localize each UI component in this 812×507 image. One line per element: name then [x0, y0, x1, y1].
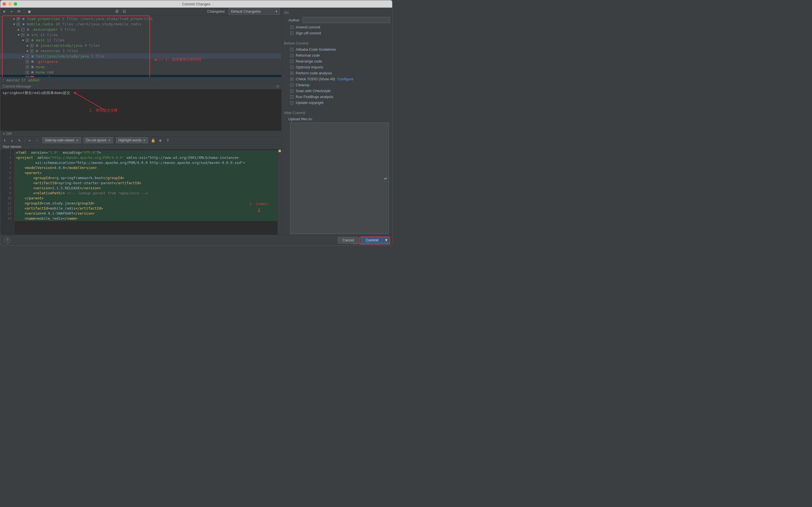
configure-link[interactable]: Configure [338, 77, 353, 81]
tree-row[interactable]: ▶▥java/com/study/java9 files [0, 43, 282, 48]
show-diff-icon[interactable]: ⇄ [2, 9, 6, 14]
tree-chevron[interactable]: ▶ [22, 55, 24, 58]
tree-row[interactable]: ▶▥.mvn/wrapper3 files [0, 27, 282, 32]
tree-row[interactable]: ⩚pom.xml [0, 75, 282, 77]
check-label: Run FindBugs analysis [296, 95, 333, 99]
edit-icon[interactable]: ✎ [17, 138, 22, 143]
checkbox[interactable] [290, 101, 294, 105]
before-commit-check[interactable]: Update copyright [283, 100, 392, 106]
before-commit-check[interactable]: Perform code analysis [283, 70, 392, 76]
viewer-mode-dropdown[interactable]: Side-by-side viewer▼ [42, 137, 81, 144]
before-commit-check[interactable]: Rearrange code [283, 58, 392, 64]
tree-row[interactable]: ▤mvnw.cmd [0, 69, 282, 75]
branch-icon: ᚴ [3, 78, 5, 82]
history-icon[interactable]: ◷ [276, 84, 279, 89]
upload-dropdown[interactable]: ▲▼ [290, 122, 389, 234]
tree-checkbox[interactable] [30, 49, 34, 53]
folder-icon: ▥ [26, 27, 30, 32]
code-line: <project xmlns="http://maven.apache.org/… [14, 155, 277, 160]
code-line: <version>2.1.5.RELEASE</version> [14, 186, 277, 191]
tree-checkbox[interactable] [17, 22, 20, 26]
checkbox[interactable] [290, 77, 294, 81]
before-commit-check[interactable]: Optimize imports [283, 64, 392, 70]
scrollbar-marker [278, 150, 281, 152]
code-viewer[interactable]: 1234567891011121314 <?xml version="1.0" … [0, 149, 282, 235]
collapse-all-icon[interactable]: ☷ [122, 9, 126, 14]
tree-row[interactable]: ▤.gitignore [0, 59, 282, 64]
revert-icon[interactable]: ↶ [9, 9, 14, 14]
tree-checkbox[interactable] [26, 76, 29, 77]
tree-checkbox[interactable] [21, 28, 24, 31]
tree-row[interactable]: ▼▥src13 files [0, 32, 282, 38]
tree-chevron[interactable]: ▶ [26, 44, 29, 47]
checkbox[interactable] [290, 71, 294, 75]
diff-section-header[interactable]: ▼ Diff [0, 131, 282, 136]
separator [24, 9, 24, 14]
minimize-window[interactable] [8, 2, 11, 6]
zoom-window[interactable] [14, 2, 17, 6]
before-commit-check[interactable]: Scan with Checkstyle [283, 88, 392, 94]
tree-row[interactable]: ▼▣mobile_redis20 files~/work/java_study/… [0, 21, 282, 27]
amend-check[interactable]: Amend commit [283, 24, 392, 30]
prev-diff-icon[interactable]: ↑ [3, 138, 7, 143]
tree-checkbox[interactable] [26, 60, 29, 63]
before-commit-check[interactable]: Check TODO (Show All) Configure [283, 76, 392, 82]
your-version-label: Your version [0, 144, 282, 149]
file-tree[interactable]: ▶▣load_properties5 files~/work/java_stud… [0, 15, 282, 77]
tree-chevron[interactable]: ▼ [22, 39, 24, 42]
tree-item-name: mobile_redis [27, 22, 53, 26]
tree-checkbox[interactable] [17, 17, 20, 20]
checkbox[interactable] [290, 60, 294, 63]
author-input[interactable] [303, 17, 390, 23]
before-commit-check[interactable]: Cleanup [283, 82, 392, 88]
tree-checkbox[interactable] [30, 44, 34, 47]
highlight-dropdown[interactable]: Highlight words▼ [116, 137, 148, 144]
tree-checkbox[interactable] [21, 33, 24, 37]
tree-checkbox[interactable] [26, 39, 29, 42]
back-icon[interactable]: ← [28, 138, 32, 143]
commit-message-input[interactable]: springboot整合redis的简单demo提交 2. 填写提交注释 [0, 89, 282, 131]
checkbox[interactable] [290, 48, 294, 51]
before-commit-check[interactable]: Reformat code [283, 52, 392, 58]
git-section-title: Git [283, 9, 392, 16]
gear-icon[interactable]: ⚙ [158, 138, 163, 143]
help-icon[interactable]: ? [165, 138, 170, 143]
checkbox[interactable] [290, 54, 294, 57]
fwd-icon[interactable]: → [35, 138, 40, 143]
checkbox[interactable] [290, 83, 294, 87]
changelist-label: Changelist: [207, 9, 225, 13]
author-field: Author: [283, 16, 392, 24]
tree-item-meta: 20 files [56, 22, 73, 26]
expand-all-icon[interactable]: ☰ [115, 9, 119, 14]
changelist-dropdown[interactable]: Default Changelist ▼ [229, 8, 280, 15]
signoff-check[interactable]: Sign-off commit [283, 30, 392, 36]
tree-checkbox[interactable] [26, 71, 29, 74]
help-button[interactable]: ? [4, 237, 10, 243]
tree-chevron[interactable]: ▼ [17, 34, 20, 36]
checkbox[interactable] [290, 95, 294, 99]
tree-row[interactable]: ▶▣load_properties5 files~/work/java_stud… [0, 16, 282, 21]
before-commit-check[interactable]: Run FindBugs analysis [283, 94, 392, 100]
tree-checkbox[interactable] [26, 65, 29, 69]
close-window[interactable] [3, 2, 6, 6]
tree-chevron[interactable]: ▼ [13, 23, 15, 25]
next-diff-icon[interactable]: ↓ [10, 138, 14, 143]
code-scrollbar[interactable] [277, 149, 282, 235]
before-commit-check[interactable]: Alibaba Code Guidelines [283, 47, 392, 52]
code-line: <groupId>com.study.java</groupId> [14, 201, 277, 206]
tree-row[interactable]: ▶▥resources3 files [0, 48, 282, 54]
tree-chevron[interactable]: ▶ [13, 17, 15, 20]
ignore-dropdown[interactable]: Do not ignore▼ [84, 137, 113, 144]
tree-checkbox[interactable] [26, 55, 29, 58]
refresh-icon[interactable]: ⟳ [17, 9, 21, 14]
right-panel: Git Author: Amend commit Sign-off commit… [282, 8, 392, 235]
checkbox[interactable] [290, 66, 294, 69]
tree-row[interactable]: ▤mvnw [0, 64, 282, 69]
tree-chevron[interactable]: ▶ [17, 28, 20, 31]
tree-row[interactable]: ▶▥test/java/com/study/java1 file [0, 54, 282, 59]
tree-row[interactable]: ▼▥main12 files [0, 38, 282, 43]
group-by-icon[interactable]: ▦ [27, 9, 32, 14]
lock-icon[interactable]: 🔒 [151, 138, 155, 143]
tree-chevron[interactable]: ▶ [26, 50, 29, 52]
checkbox[interactable] [290, 89, 294, 93]
